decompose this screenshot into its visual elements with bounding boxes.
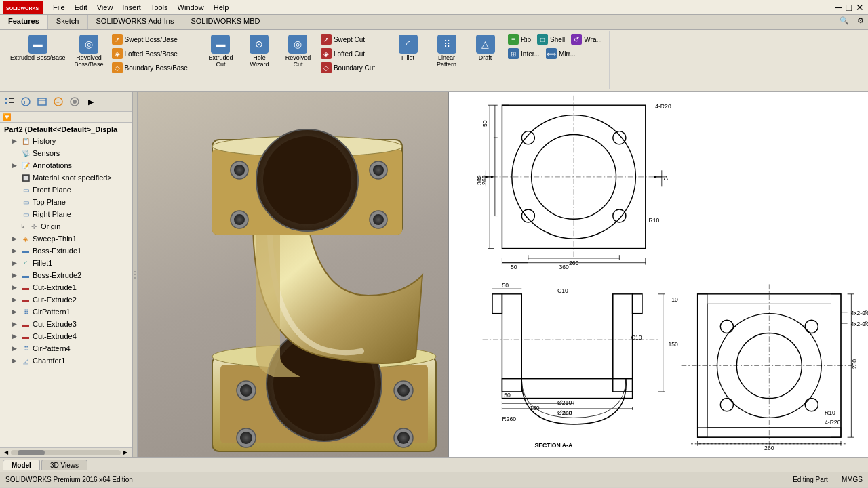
cut-extrude1-icon: ▬ <box>20 282 31 293</box>
tree-item-annotations[interactable]: ▶ 📝 Annotations <box>1 159 130 171</box>
filter-icon: 🔽 <box>3 113 11 121</box>
tab-features[interactable]: Features <box>0 15 48 29</box>
scroll-right-arrow[interactable]: ▶ <box>121 448 130 458</box>
ribbon-settings-icon[interactable]: ⚙ <box>853 15 868 29</box>
featuremanager-icon[interactable] <box>2 94 17 109</box>
rib-button[interactable]: ≡ Rib □ Shell ↺ Wra... <box>505 33 605 46</box>
window-minimize-icon[interactable]: ─ <box>834 1 844 14</box>
extruded-boss-base-button[interactable]: ▬ Extruded Boss/Base <box>7 33 69 88</box>
boundary-boss-base-button[interactable]: ◇ Boundary Boss/Base <box>109 61 191 75</box>
svg-point-33 <box>234 165 245 176</box>
tree-item-cut-extrude3[interactable]: ▶ ▬ Cut-Extrude3 <box>1 318 130 330</box>
swept-boss-base-icon: ↗ <box>112 34 123 45</box>
revolved-cut-button[interactable]: ◎ RevolvedCut <box>279 33 317 88</box>
linear-pattern-button[interactable]: ⠿ LinearPattern <box>428 33 465 88</box>
tree-item-history[interactable]: ▶ 📋 History <box>1 135 130 147</box>
3d-viewport[interactable] <box>138 92 448 457</box>
svg-rect-73 <box>613 294 633 392</box>
statusbar-right: Editing Part MMGS <box>793 476 863 483</box>
r20-side-label: 4-R20 <box>825 419 841 426</box>
swept-cut-icon: ↗ <box>321 34 332 45</box>
configmanager-icon[interactable] <box>35 94 50 109</box>
panel-expand-icon[interactable]: ▶ <box>83 94 98 109</box>
display-manager-icon[interactable] <box>67 94 82 109</box>
menu-help[interactable]: Help <box>210 2 233 13</box>
tree-item-cirpattern4[interactable]: ▶ ⠿ CirPattern4 <box>1 342 130 354</box>
tree-item-material[interactable]: 🔲 Material <not specified> <box>1 171 130 184</box>
tree-item-fillet1[interactable]: ▶ ◜ Fillet1 <box>1 257 130 269</box>
tab-3d-views[interactable]: 3D Views <box>41 460 87 470</box>
draft-label: Draft <box>479 55 492 62</box>
svg-rect-76 <box>633 294 642 314</box>
ribbon-search-icon[interactable]: 🔍 <box>835 15 853 29</box>
linear-pattern-icon: ⠿ <box>437 35 456 54</box>
tree-item-cirpattern1[interactable]: ▶ ⠿ CirPattern1 <box>1 306 130 318</box>
lofted-boss-base-label: Lofted Boss/Base <box>125 50 178 58</box>
fillet1-icon: ◜ <box>20 258 31 268</box>
tree-item-chamfer1[interactable]: ▶ ◿ Chamfer1 <box>1 354 130 367</box>
tree-item-cut-extrude2[interactable]: ▶ ▬ Cut-Extrude2 <box>1 293 130 306</box>
fillet-button[interactable]: ◜ Fillet <box>389 33 427 88</box>
tree-item-boss-extrude2[interactable]: ▶ ▬ Boss-Extrude2 <box>1 269 130 281</box>
top-plane-label: Top Plane <box>33 198 66 206</box>
tree-item-boss-extrude1[interactable]: ▶ ▬ Boss-Extrude1 <box>1 245 130 257</box>
tab-addins[interactable]: SOLIDWORKS Add-Ins <box>88 15 183 29</box>
swept-boss-base-button[interactable]: ↗ Swept Boss/Base <box>109 33 191 46</box>
left-panel-scrollbar[interactable]: ◀ ▶ <box>0 447 132 457</box>
tree-item-cut-extrude1[interactable]: ▶ ▬ Cut-Extrude1 <box>1 281 130 293</box>
menu-view[interactable]: View <box>93 2 117 13</box>
tree-item-front-plane[interactable]: ▭ Front Plane <box>1 184 130 196</box>
extruded-cut-button[interactable]: ▬ ExtrudedCut <box>202 33 239 88</box>
intersect-label: Inter... <box>521 50 540 58</box>
menu-edit[interactable]: Edit <box>71 2 92 13</box>
cut-extrude2-icon: ▬ <box>20 294 31 305</box>
tab-model[interactable]: Model <box>3 460 40 470</box>
svg-rect-8 <box>38 98 46 105</box>
dimxpert-icon[interactable]: + <box>51 94 66 109</box>
revolved-boss-base-button[interactable]: ◎ RevolvedBoss/Base <box>71 33 108 88</box>
main-area: i + ▶ 🔽 Part2 (Default<<Default>_Displa … <box>0 92 868 457</box>
svg-point-24 <box>240 432 252 444</box>
menu-insert[interactable]: Insert <box>118 2 145 13</box>
tree-item-sweep-thin1[interactable]: ▶ ◈ Sweep-Thin1 <box>1 232 130 245</box>
scroll-left-arrow[interactable]: ◀ <box>1 448 11 458</box>
rib-icon: ≡ <box>508 34 519 45</box>
boundary-cut-button[interactable]: ◇ Boundary Cut <box>318 61 378 75</box>
menu-window[interactable]: Window <box>174 2 208 13</box>
front-plane-icon: ▭ <box>20 184 31 195</box>
draft-button[interactable]: △ Draft <box>467 33 504 88</box>
tree-item-cut-extrude4[interactable]: ▶ ▬ Cut-Extrude4 <box>1 330 130 342</box>
expand-boss2-icon: ▶ <box>12 272 19 279</box>
swept-cut-button[interactable]: ↗ Swept Cut <box>318 33 378 46</box>
lofted-cut-button[interactable]: ◈ Lofted Cut <box>318 47 378 60</box>
hole-wizard-button[interactable]: ⊙ HoleWizard <box>241 33 278 88</box>
tree-item-origin[interactable]: ↳ ✛ Origin <box>1 220 130 232</box>
tree-item-right-plane[interactable]: ▭ Right Plane <box>1 208 130 220</box>
revolved-cut-label: RevolvedCut <box>285 55 311 68</box>
window-maximize-icon[interactable]: □ <box>845 1 853 14</box>
tab-mbd[interactable]: SOLIDWORKS MBD <box>182 15 269 29</box>
shell-icon: □ <box>537 34 548 45</box>
section-label: SECTION A-A <box>534 442 572 449</box>
menu-file[interactable]: File <box>49 2 69 13</box>
tree-item-sensors[interactable]: 📡 Sensors <box>1 147 130 159</box>
panel-resize-handle[interactable] <box>132 92 138 457</box>
tab-sketch[interactable]: Sketch <box>48 15 88 29</box>
intersect-button[interactable]: ⊞ Inter... ⟺ Mirr... <box>505 47 605 60</box>
annotations-icon: 📝 <box>20 160 31 171</box>
history-label: History <box>33 137 56 145</box>
menu-tools[interactable]: Tools <box>146 2 172 13</box>
lofted-boss-base-button[interactable]: ◈ Lofted Boss/Base <box>109 47 191 60</box>
dim150-left: 150 <box>668 341 678 348</box>
origin-label: Origin <box>41 222 60 230</box>
history-icon: 📋 <box>20 136 31 146</box>
c10-side: C10 <box>631 334 642 341</box>
propertymanager-icon[interactable]: i <box>18 94 33 109</box>
r20-label: 4-R20 <box>655 103 671 110</box>
scroll-track[interactable] <box>11 450 121 455</box>
svg-point-46 <box>521 131 534 144</box>
scroll-thumb[interactable] <box>18 450 45 455</box>
expand-cut2-icon: ▶ <box>12 296 19 303</box>
window-close-icon[interactable]: ✕ <box>854 1 865 14</box>
tree-item-top-plane[interactable]: ▭ Top Plane <box>1 196 130 208</box>
